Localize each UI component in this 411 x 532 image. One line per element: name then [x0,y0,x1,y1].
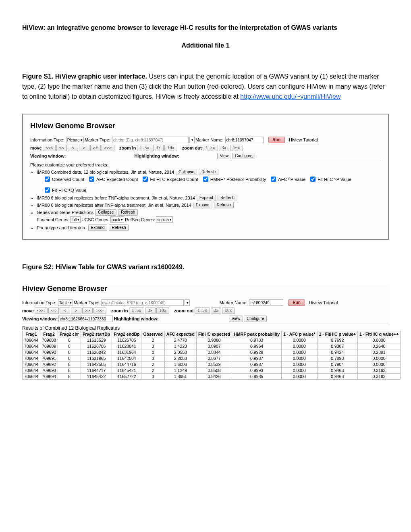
marker-type-input-2[interactable] [101,299,184,306]
marker-type-label-2: Marker Type: [74,300,100,305]
info-type-select-2[interactable]: Table▾ [58,299,73,306]
col-header: Frag2 [40,331,58,337]
table-cell: 0.0000 [282,343,318,349]
table-cell: 0.0000 [357,362,400,368]
chk-observed[interactable]: Observed Count [43,175,84,183]
table-cell: 709644 [23,362,40,368]
move-left-3-b[interactable]: <<< [35,308,48,314]
marker-type-select-2[interactable]: ▾ [185,299,190,306]
move-left-2[interactable]: << [56,145,67,151]
table-cell: 709644 [23,343,40,349]
table-cell: 1.8961 [164,374,196,380]
hiview-url-link[interactable]: http://www.unc.edu/~yunmli/HiView [240,93,340,100]
zoom-in-3x[interactable]: 3x [153,145,164,151]
table-cell: 0.2640 [357,343,400,349]
move-right-3[interactable]: >>> [102,145,114,151]
configure-button[interactable]: Configure [232,153,255,159]
table-cell: 0.9463 [317,368,357,374]
refseq-select[interactable]: squish▾ [156,216,173,223]
chk-fithic-pvalue[interactable]: Fit-Hi-C3 P Value [309,175,351,183]
zoom-in-1-5x-b[interactable]: 1.5x [129,308,144,314]
table-cell: 0.9783 [232,337,282,343]
move-right-1-b[interactable]: > [71,308,81,314]
refseq-label: RefSeq Genes: [125,217,155,222]
configure-button-2[interactable]: Configure [244,316,267,322]
track-1-collapse[interactable]: Collapse [176,169,197,175]
zoom-out-1-5x[interactable]: 1.5x [203,145,218,151]
table-cell: 11642504 [112,355,141,362]
table-row: 7096447096938116447171164542121.12490.85… [23,368,401,374]
table-cell: 11644717 [81,368,112,374]
view-button[interactable]: View [217,153,232,159]
move-left-1-b[interactable]: < [60,308,70,314]
info-type-select[interactable]: Picture▾ [66,137,84,143]
table-cell: 0.0000 [357,355,400,362]
track-4-collapse[interactable]: Collapse [95,209,116,216]
zoom-in-10x-b[interactable]: 10x [156,308,169,314]
viewing-window-input[interactable] [58,316,113,322]
marker-name-label-2: Marker Name: [220,300,248,305]
track-3-label: IMR90 6 biological replicates after TNF-… [37,203,191,208]
zoom-in-3x-b[interactable]: 3x [145,308,156,314]
zoom-in-1-5x[interactable]: 1.5x [137,145,152,151]
table-cell: 0.0000 [282,374,318,380]
track-3-refresh[interactable]: Refresh [214,202,234,208]
marker-type-select[interactable]: ▾ [189,137,195,143]
table-cell: 709644 [23,349,40,355]
table-cell: 2.4770 [164,337,196,343]
ensembl-select[interactable]: full▾ [70,216,81,223]
table-cell: 0.9987 [232,355,282,362]
track-2-label: IMR90 6 biological replicates before TNF… [37,195,195,200]
col-header: Observed [141,331,164,337]
table-cell: 11613529 [81,337,112,343]
table-cell: 11626705 [112,337,141,343]
run-button-2[interactable]: Run [288,299,305,306]
track-5-expand[interactable]: Expand [88,224,108,231]
tutorial-link-2[interactable]: Hiview Tutorial [309,300,338,305]
table-cell: 3 [141,355,164,362]
track-2-expand[interactable]: Expand [197,195,216,201]
zoom-out-3x[interactable]: 3x [219,145,229,151]
marker-type-input[interactable] [112,137,189,143]
track-4-refresh[interactable]: Refresh [118,209,138,216]
table-cell: 11631965 [81,355,112,362]
results-table: Frag1Frag2Frag2 chrFrag2 startBpFrag2 en… [22,331,401,380]
chk-fithic-expected[interactable]: Fit-Hi-C Expected Count [141,175,198,183]
track-2-refresh[interactable]: Refresh [218,195,237,201]
zoom-in-10x[interactable]: 10x [164,145,177,151]
move-right-1[interactable]: > [79,145,89,151]
track-1-refresh[interactable]: Refresh [199,169,218,175]
track-1: IMR90 Combined data, 12 biological repli… [37,169,381,194]
zoom-out-3x-b[interactable]: 3x [211,308,221,314]
table-cell: 0.8539 [196,362,232,368]
table-cell: 0.8508 [196,368,232,374]
table-cell: 0.0000 [282,368,318,374]
table-cell: 11645421 [112,368,141,374]
run-button[interactable]: Run [268,137,285,143]
track-5-refresh[interactable]: Refresh [109,224,129,231]
tutorial-link[interactable]: Hiview Tutorial [289,137,318,142]
move-left-1[interactable]: < [68,145,78,151]
move-right-2-b[interactable]: >> [82,308,93,314]
track-3-expand[interactable]: Expand [193,202,212,208]
chk-afc-expected[interactable]: AFC Expected Count [87,175,138,183]
zoom-out-10x[interactable]: 10x [230,145,243,151]
zoom-in-label-2: zoom in [111,308,128,313]
table-cell: 0.9929 [232,349,282,355]
zoom-out-1-5x-b[interactable]: 1.5x [195,308,210,314]
move-right-2[interactable]: >> [90,145,101,151]
results-header: Results of Combined 12 Biological Replic… [22,324,389,331]
zoom-out-10x-b[interactable]: 10x [222,308,235,314]
move-left-3[interactable]: <<< [43,145,56,151]
marker-name-input-2[interactable] [249,299,283,306]
ucsc-select[interactable]: pack▾ [110,216,124,223]
table-cell: 709694 [40,374,58,380]
chk-hmrf-posterior[interactable]: HMRF1 Posterior Probability [201,175,266,183]
move-left-2-b[interactable]: << [48,308,59,314]
chk-afc-pvalue[interactable]: AFC2 P Value [269,175,305,183]
table-cell: 0.9987 [232,362,282,368]
chk-fithic-qvalue[interactable]: Fit-Hi-C3 Q Value [43,186,86,194]
view-button-2[interactable]: View [229,316,243,322]
marker-name-input[interactable] [225,137,264,143]
move-right-3-b[interactable]: >>> [93,308,106,314]
